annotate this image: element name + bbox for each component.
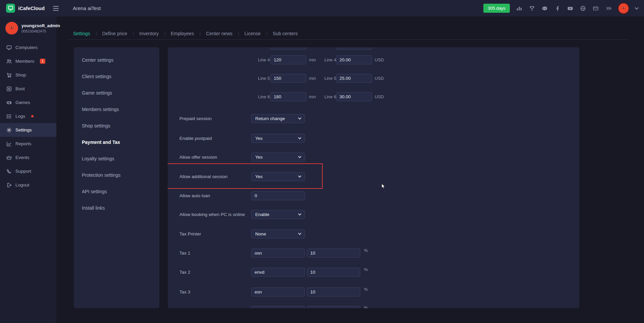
settings-nav-center-settings[interactable]: Center settings — [74, 52, 159, 68]
double-chevrons-icon[interactable] — [605, 5, 612, 12]
settings-nav-shop-settings[interactable]: Shop settings — [74, 118, 159, 134]
allow-offer-session-select[interactable]: Yes — [251, 153, 305, 162]
line4-min-input[interactable] — [270, 55, 306, 64]
line6-min-label: Line 6 — [258, 92, 270, 101]
settings-nav-members-settings[interactable]: Members settings — [74, 101, 159, 118]
field-label: Tax 3 — [179, 287, 190, 297]
tax1-name-input[interactable] — [251, 249, 305, 258]
enable-postpaid-select[interactable]: Yes — [251, 134, 305, 143]
facebook-icon[interactable] — [554, 5, 561, 12]
prepaid-session-select[interactable]: Return change — [251, 114, 305, 123]
cart-icon — [6, 72, 12, 78]
tax2-name-input[interactable] — [251, 268, 305, 277]
line5-usd-label: Line 5 — [324, 74, 336, 83]
tax3-name-input[interactable] — [251, 287, 305, 297]
gear-icon — [6, 127, 12, 133]
field-label: Tax Printer — [179, 229, 201, 238]
allow-auto-loan-input[interactable] — [251, 191, 305, 200]
tab-center-news[interactable]: Center news — [200, 29, 238, 39]
drive-icon — [6, 86, 12, 92]
chevron-down-icon — [298, 174, 302, 178]
tax1-rate-input[interactable] — [307, 249, 360, 258]
partial-top-min-input[interactable] — [270, 47, 306, 50]
logs-alert-dot — [31, 115, 34, 117]
sidebar-item-computers[interactable]: Computers — [0, 41, 56, 54]
license-days-badge[interactable]: 305 days — [483, 4, 510, 13]
stats-icon[interactable] — [516, 5, 523, 12]
percent-unit-label: % — [364, 285, 368, 294]
line5-min-input[interactable] — [270, 74, 306, 83]
min-unit-label: min — [309, 92, 316, 101]
min-unit-label: min — [309, 74, 316, 83]
partial-bottom-name-input[interactable] — [251, 306, 305, 308]
topbar-right: 305 days — [483, 3, 638, 14]
sidebar-item-logout[interactable]: Logout — [0, 178, 56, 192]
usd-unit-label: USD — [375, 92, 384, 101]
sidebar-item-boot[interactable]: Boot — [0, 82, 56, 96]
tab-employees[interactable]: Employees — [165, 29, 200, 39]
sidebar-item-logs[interactable]: Logs — [0, 109, 56, 123]
chevron-down-icon — [298, 136, 302, 140]
form-row-line5: Line 5 min Line 5 USD — [168, 74, 579, 83]
form-row-partial-top — [168, 47, 579, 50]
sidebar-item-shop[interactable]: Shop — [0, 68, 56, 82]
payment-tax-form-panel[interactable]: Line 4 min Line 4 USD Line 5 min Line 5 … — [168, 47, 579, 308]
tab-inventory[interactable]: Inventory — [133, 29, 165, 39]
form-row-tax-printer: Tax Printer None — [168, 229, 579, 238]
discord-icon[interactable] — [541, 5, 548, 12]
chevron-down-icon — [298, 212, 302, 216]
user-avatar[interactable] — [618, 3, 629, 14]
line6-min-input[interactable] — [270, 92, 306, 101]
globe-icon[interactable] — [580, 5, 586, 12]
settings-nav-client-settings[interactable]: Client settings — [74, 68, 159, 85]
tax2-rate-input[interactable] — [307, 268, 360, 277]
partial-bottom-rate-input[interactable] — [307, 306, 360, 308]
settings-nav-protection-settings[interactable]: Protection settings — [74, 167, 159, 183]
line6-usd-input[interactable] — [336, 92, 372, 101]
tab-bar: Settings Define price Inventory Employee… — [67, 29, 629, 40]
line5-usd-input[interactable] — [336, 74, 372, 83]
brand[interactable]: iCafeCloud — [6, 4, 48, 13]
user-id: 005193482475 — [21, 29, 60, 33]
allow-additional-session-select[interactable]: Yes — [251, 172, 305, 181]
chevron-down-icon — [298, 232, 302, 235]
tab-sub-centers[interactable]: Sub centers — [267, 29, 304, 39]
gamepad-icon — [6, 100, 12, 105]
line4-usd-input[interactable] — [336, 55, 372, 64]
settings-nav-game-settings[interactable]: Game settings — [74, 85, 159, 101]
sidebar-item-games[interactable]: Games — [0, 96, 56, 109]
allow-booking-select[interactable]: Enable — [251, 210, 305, 219]
sidebar-item-members[interactable]: Members 1 — [0, 54, 56, 68]
users-icon — [6, 59, 12, 64]
wallet-icon[interactable] — [592, 5, 599, 12]
settings-nav-api-settings[interactable]: API settings — [74, 183, 159, 200]
chevron-down-icon — [298, 155, 302, 158]
hamburger-menu-icon[interactable] — [53, 6, 59, 11]
tax-printer-select[interactable]: None — [251, 229, 305, 238]
youtube-icon[interactable] — [567, 5, 574, 12]
chevron-down-icon — [298, 116, 302, 120]
tab-settings[interactable]: Settings — [67, 29, 96, 39]
trophy-icon[interactable] — [529, 5, 535, 12]
settings-nav-loyalty-settings[interactable]: Loyalty settings — [74, 151, 159, 167]
partial-top-usd-input[interactable] — [336, 47, 372, 50]
sidebar-item-events[interactable]: Events — [0, 151, 56, 164]
sidebar-item-reports[interactable]: Reports — [0, 137, 56, 151]
line5-min-label: Line 5 — [258, 74, 270, 83]
sidebar-item-support[interactable]: Support — [0, 164, 56, 178]
settings-nav-payment-and-tax[interactable]: Payment and Tax — [74, 134, 159, 151]
form-row-prepaid-session: Prepaid session Return change — [168, 114, 579, 123]
sidebar: youngzsoft_admin 005193482475 Computers … — [0, 16, 56, 323]
form-row-enable-postpaid: Enable postpaid Yes — [168, 134, 579, 143]
settings-nav-install-links[interactable]: Install links — [74, 200, 159, 216]
form-row-tax3: Tax 3 % — [168, 287, 579, 297]
sidebar-item-settings[interactable]: Settings — [0, 123, 56, 137]
tax3-rate-input[interactable] — [307, 287, 360, 297]
members-count-badge: 1 — [40, 59, 45, 64]
field-label: Allow offer session — [179, 153, 217, 162]
chevron-down-icon[interactable] — [635, 6, 638, 9]
tab-define-price[interactable]: Define price — [96, 29, 133, 39]
tab-license[interactable]: License — [238, 29, 267, 39]
sidebar-user-block[interactable]: youngzsoft_admin 005193482475 — [0, 16, 56, 41]
logout-icon — [6, 182, 12, 188]
